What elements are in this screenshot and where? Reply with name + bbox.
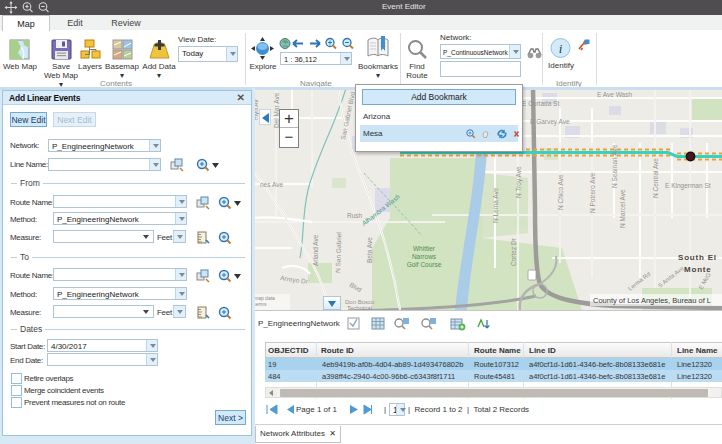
svg-text:N Seaman Ave: N Seaman Ave bbox=[611, 144, 618, 188]
svg-text:County of Los Angeles, Bureau: County of Los Angeles, Bureau of L bbox=[593, 296, 711, 305]
svg-text:Monte: Monte bbox=[684, 265, 712, 274]
svg-text:N Troy Ave: N Troy Ave bbox=[515, 166, 523, 198]
svg-text:South El: South El bbox=[678, 253, 717, 262]
svg-text:terms: terms bbox=[254, 301, 267, 307]
svg-text:N Chico Ave: N Chico Ave bbox=[557, 174, 564, 210]
svg-text:E Ave Wash: E Ave Wash bbox=[597, 91, 632, 98]
svg-text:N Potrero Ave: N Potrero Ave bbox=[589, 172, 596, 213]
svg-text:N Lema Ave: N Lema Ave bbox=[492, 187, 499, 223]
svg-text:i: i bbox=[559, 41, 563, 56]
svg-text:E Cortada St: E Cortada St bbox=[522, 100, 559, 107]
svg-text:E Garvey Ave: E Garvey Ave bbox=[530, 118, 570, 126]
svg-text:Narrows: Narrows bbox=[412, 253, 437, 260]
svg-text:E Kingerman St: E Kingerman St bbox=[665, 182, 711, 190]
svg-text:Beta Ave: Beta Ave bbox=[366, 237, 373, 263]
svg-text:nes Ave: nes Ave bbox=[260, 181, 283, 188]
svg-text:Golf Course: Golf Course bbox=[407, 261, 442, 268]
svg-text:Whittier: Whittier bbox=[413, 245, 436, 252]
svg-text:N Central Ave: N Central Ave bbox=[652, 158, 659, 198]
svg-text:N Marcel Ave: N Marcel Ave bbox=[619, 189, 626, 228]
svg-text:Arland Ave: Arland Ave bbox=[312, 234, 319, 266]
svg-text:Cortez Dr: Cortez Dr bbox=[510, 237, 517, 266]
svg-text:Rush: Rush bbox=[347, 212, 363, 219]
svg-text:N San Gabriel: N San Gabriel bbox=[334, 231, 342, 273]
